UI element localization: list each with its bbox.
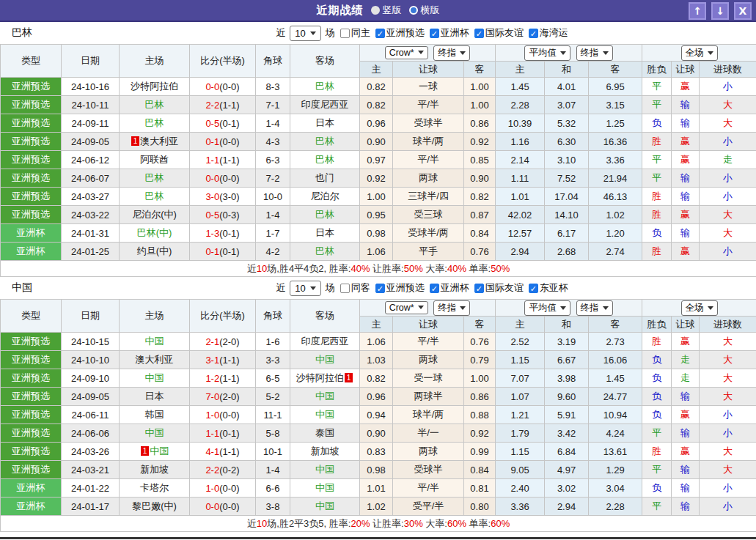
home-odds-cell: 0.83 [360,443,393,461]
handicap-result-cell: 赢 [672,243,700,261]
checkbox-checked-icon: ✓ [375,29,385,38]
goals-result-cell: 小 [700,78,756,96]
league-checkbox-friendly[interactable]: ✓ 国际友谊 [474,26,524,40]
league-checkbox-asian-qualifiers[interactable]: ✓ 亚洲预选 [375,281,425,295]
summary-segment: 40% [447,263,466,274]
league-checkbox-asian-cup[interactable]: ✓ 亚洲杯 [430,281,469,295]
avg-home-odds-cell: 1.01 [496,188,545,206]
halftime-score: (0-0) [219,136,239,147]
average-select[interactable]: 平均值 [524,300,570,316]
summary-segment: 30% [404,518,423,529]
close-button[interactable]: X [734,2,752,20]
final-odds-select[interactable]: 终指 [433,300,470,316]
team-name: 尼泊尔(中) [132,209,177,220]
handicap-cell: 受一球 [393,369,464,388]
checkbox-unchecked-icon [340,284,350,293]
team-name: 约旦(中) [137,245,172,256]
final-odds-select[interactable]: 终指 [433,45,470,61]
league-checkbox-gulf-games[interactable]: ✓ 海湾运 [529,26,568,40]
bookmaker-select[interactable]: Crow* [385,46,428,59]
match-date-cell: 24-03-22 [62,206,120,224]
avg-away-odds-cell: 21.94 [589,169,642,188]
match-type-badge: 亚洲杯 [1,498,62,516]
team-name: 也门 [315,172,334,183]
home-team-cell: 尼泊尔(中) [120,206,190,224]
score-cell: 1-3(0-1) [190,224,256,243]
fulltime-select[interactable]: 全场 [681,45,718,61]
matches-label: 场 [326,281,335,295]
away-team-cell: 泰国 [290,424,360,443]
league-checkbox-asian-qualifiers[interactable]: ✓ 亚洲预选 [375,26,425,40]
away-odds-cell: 1.00 [464,369,496,388]
fulltime-score: 0-0 [205,81,219,92]
avg-draw-odds-cell: 14.10 [545,206,589,224]
match-type-badge: 亚洲杯 [1,243,62,261]
fulltime-score: 0-1 [205,246,219,257]
handicap-result-cell: 输 [672,224,700,243]
home-team-cell: 1中国 [120,443,190,461]
score-cell: 1-1(1-1) [190,151,256,169]
league-checkbox-asian-cup[interactable]: ✓ 亚洲杯 [430,26,469,40]
checkbox-checked-icon: ✓ [529,284,538,293]
handicap-cell: 受平/半 [393,498,464,516]
fulltime-select[interactable]: 全场 [681,300,718,316]
league-checkbox-east-asian-cup[interactable]: ✓ 东亚杯 [529,281,568,295]
average-select[interactable]: 平均值 [524,45,570,61]
team-name: 印度尼西亚 [301,336,349,347]
corners-cell: 6-5 [256,369,290,388]
match-date-cell: 24-10-16 [62,78,120,96]
score-cell: 0-5(0-3) [190,206,256,224]
avg-draw-odds-cell: 6.84 [545,443,589,461]
title-bar: 近期战绩 竖版 横版 ↑ ↓ X [0,0,756,22]
winlose-result-cell: 平 [642,424,672,443]
handicap-cell: 平/半 [393,151,464,169]
league-checkbox-friendly[interactable]: ✓ 国际友谊 [474,281,524,295]
goals-result-cell: 大 [700,224,756,243]
home-odds-cell: 0.82 [360,78,393,96]
halftime-score: (1-1) [219,355,239,366]
bookmaker-select[interactable]: Crow* [385,301,428,314]
score-cell: 0-5(0-1) [190,114,256,133]
match-type-badge: 亚洲预选 [1,169,62,188]
avg-draw-odds-cell: 6.67 [545,351,589,369]
col-header-home: 主场 [120,300,190,333]
match-row: 亚洲杯24-01-22卡塔尔1-0(0-0)6-6中国1.01平/半0.812.… [1,479,756,498]
away-odds-cell: 1.00 [464,78,496,96]
avg-home-odds-cell: 1.07 [496,388,545,406]
handicap-cell: 一球 [393,78,464,96]
same-away-checkbox[interactable]: 同客 [340,281,370,295]
home-odds-cell: 0.98 [360,461,393,479]
home-team-cell: 日本 [120,388,190,406]
match-type-badge: 亚洲预选 [1,133,62,151]
winlose-result-cell: 平 [642,151,672,169]
fulltime-score: 4-1 [205,446,219,457]
final-odds-select-2[interactable]: 终指 [576,45,613,61]
avg-home-odds-cell: 2.94 [496,243,545,261]
corners-cell: 1-4 [256,114,290,133]
radio-selected-icon [409,6,418,15]
match-type-badge: 亚洲预选 [1,351,62,369]
move-up-button[interactable]: ↑ [689,2,706,20]
away-team-cell: 中国 [290,498,360,516]
move-down-button[interactable]: ↓ [711,2,729,20]
away-odds-cell: 0.79 [464,351,496,369]
layout-horizontal-radio[interactable]: 横版 [409,4,440,17]
same-home-checkbox[interactable]: 同主 [340,26,370,40]
handicap-result-cell: 输 [672,188,700,206]
avg-draw-odds-cell: 2.68 [545,243,589,261]
avg-draw-odds-cell: 5.91 [545,406,589,424]
bottom-divider [0,537,756,539]
winlose-result-cell: 胜 [642,443,672,461]
final-odds-select-2[interactable]: 终指 [576,300,613,316]
layout-vertical-radio[interactable]: 竖版 [371,4,402,17]
vertical-radio-label: 竖版 [383,4,402,17]
summary-segment: 60% [491,518,510,529]
corners-cell: 7-2 [256,169,290,188]
recent-count-select[interactable]: 10 [290,281,320,296]
halftime-score: (2-0) [219,391,239,402]
score-cell: 1-1(0-1) [190,424,256,443]
summary-segment: 近 [247,518,257,529]
match-row: 亚洲杯24-01-17黎巴嫩(中)0-0(0-0)3-8中国1.02受平/半0.… [1,498,756,516]
sub-col-away-odds: 客 [464,62,496,78]
recent-count-select[interactable]: 10 [290,26,320,41]
